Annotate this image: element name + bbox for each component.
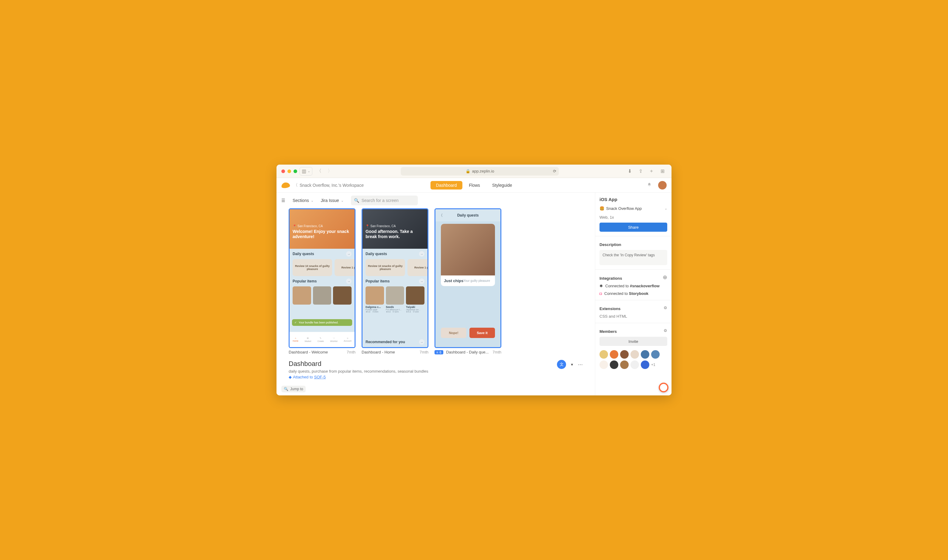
slack-icon: ✱ (600, 284, 603, 288)
member-avatar[interactable] (600, 350, 608, 358)
settings-icon[interactable]: ⚙ (664, 328, 667, 333)
share-button[interactable]: Share (600, 223, 667, 232)
reload-icon[interactable]: ⟳ (553, 169, 556, 174)
toast-notification: ✓ Your bundle has been published. (292, 319, 352, 326)
save-button: Save it (469, 328, 495, 338)
arrow-right-icon: → (419, 339, 424, 345)
extension-item[interactable]: CSS and HTML (600, 314, 667, 318)
url-bar[interactable]: 🔒 app.zeplin.io ⟳ (401, 167, 559, 175)
check-icon: ✓ (294, 321, 297, 324)
tab-styleguide[interactable]: Styleguide (487, 181, 518, 189)
description-heading: Description (600, 242, 667, 247)
sidebar-toggle-button[interactable]: ▥ ⌄ (300, 167, 312, 175)
member-avatar[interactable] (630, 360, 639, 369)
close-window-button[interactable] (281, 169, 285, 173)
screen-age: 7mth (347, 350, 356, 354)
share-icon[interactable]: ⇪ (636, 167, 645, 175)
project-selector[interactable]: 🍔Snack Overflow App (600, 205, 642, 212)
description-text[interactable]: Check the 'In Copy Review' tags (600, 250, 667, 265)
arrow-right-icon: → (419, 278, 424, 284)
right-panel: iOS App 🍔Snack Overflow App ⌄ Web, 1x Sh… (595, 192, 672, 395)
integrations-heading: Integrations (600, 276, 622, 281)
screen-card[interactable]: 📍San Francisco, CA Good afternoon. Take … (362, 208, 429, 354)
arrow-right-icon: → (346, 251, 351, 257)
section-description: daily quests, purchase from popular item… (289, 369, 583, 374)
search-input[interactable]: 🔍 Search for a screen (351, 195, 418, 205)
translate-button[interactable]: 文 (557, 360, 566, 369)
sections-dropdown[interactable]: Sections⌄ (293, 198, 314, 203)
extensions-heading: Extensions (600, 306, 620, 311)
member-avatar[interactable] (610, 350, 618, 358)
jira-dropdown[interactable]: Jira Issue⌄ (321, 198, 344, 203)
pin-icon: 📍 (293, 225, 296, 228)
jira-attachment-link[interactable]: ◆ Attached to SOF-5 (289, 375, 583, 379)
slack-integration[interactable]: ✱ Connected to #snackoverflow (600, 284, 667, 288)
arrow-right-icon: → (346, 278, 351, 284)
member-avatar[interactable] (651, 350, 660, 358)
minimize-window-button[interactable] (287, 169, 291, 173)
screen-card[interactable]: 〈 Daily quests Just chips Your guilty pl… (435, 208, 501, 354)
main-nav: Dashboard Flows Styleguide (430, 181, 518, 189)
tabs-overview-icon[interactable]: ⊞ (658, 167, 667, 175)
window-titlebar: ▥ ⌄ 〈 〉 🔒 app.zeplin.io ⟳ ⬇ ⇪ ＋ ⊞ (276, 165, 672, 178)
layers-badge: ≡ 6 (435, 350, 443, 354)
traffic-lights (281, 169, 297, 173)
app-window: ▥ ⌄ 〈 〉 🔒 app.zeplin.io ⟳ ⬇ ⇪ ＋ ⊞ 〈 Snac… (276, 165, 672, 395)
member-avatar[interactable] (630, 350, 639, 358)
main-content: ☰ Sections⌄ Jira Issue⌄ 🔍 Search for a s… (276, 192, 595, 395)
invite-button[interactable]: Invite (600, 337, 667, 346)
member-avatar[interactable] (600, 360, 608, 369)
lock-icon: 🔒 (466, 169, 470, 174)
more-icon[interactable]: ⋯ (578, 362, 583, 368)
settings-icon[interactable]: ⚙ (664, 306, 667, 310)
member-avatar[interactable] (641, 360, 649, 369)
list-view-icon[interactable]: ☰ (281, 198, 285, 203)
back-icon: 〈 (439, 213, 443, 218)
member-avatar[interactable] (641, 350, 649, 358)
help-lifebuoy-icon[interactable] (659, 383, 669, 392)
tab-dashboard[interactable]: Dashboard (430, 181, 462, 189)
platform-label: Web, 1x (600, 215, 667, 220)
nav-forward-button[interactable]: 〉 (326, 167, 334, 175)
screen-age: 7mth (493, 350, 501, 354)
members-avatars: +1 (600, 350, 667, 369)
zeplin-logo[interactable] (281, 182, 290, 189)
app-header: 〈 Snack Overflow, Inc.'s Workspace Dashb… (276, 178, 672, 192)
user-avatar[interactable] (658, 181, 667, 189)
chevron-down-icon[interactable]: ▾ (571, 362, 573, 367)
section-title[interactable]: Dashboard (289, 360, 583, 368)
member-avatar[interactable] (620, 350, 629, 358)
url-text: app.zeplin.io (472, 169, 494, 174)
search-icon: 🔍 (284, 387, 288, 391)
chevron-down-icon[interactable]: ⌄ (664, 206, 667, 211)
storybook-integration[interactable]: ◘ Connected to Storybook (600, 291, 667, 296)
add-integration-icon[interactable]: ⊕ (663, 274, 667, 281)
screens-toolbar: ☰ Sections⌄ Jira Issue⌄ 🔍 Search for a s… (276, 192, 595, 208)
notifications-icon[interactable] (647, 183, 653, 188)
jump-to-button[interactable]: 🔍 Jump to (281, 386, 306, 392)
downloads-icon[interactable]: ⬇ (625, 167, 634, 175)
members-heading: Members (600, 329, 617, 334)
chevron-left-icon: 〈 (293, 183, 298, 188)
workspace-breadcrumb[interactable]: 〈 Snack Overflow, Inc.'s Workspace (293, 183, 364, 188)
screen-name: Dashboard - Home (362, 350, 395, 354)
screen-age: 7mth (419, 350, 429, 354)
more-members[interactable]: +1 (651, 363, 655, 367)
mobile-tabbar: ⌂Home ⊞Market ✎Create ♡Wishlist ☺Account (290, 332, 355, 347)
new-tab-icon[interactable]: ＋ (647, 167, 656, 175)
pin-icon: 📍 (365, 225, 369, 228)
search-icon: 🔍 (354, 198, 359, 203)
screen-card[interactable]: 📍San Francisco, CA Welcome! Enjoy your s… (289, 208, 356, 354)
member-avatar[interactable] (610, 360, 618, 369)
screen-name: Dashboard - Daily que... (446, 350, 489, 354)
nope-button: Nope! (441, 328, 466, 338)
maximize-window-button[interactable] (293, 169, 297, 173)
arrow-right-icon: → (419, 251, 424, 257)
storybook-icon: ◘ (600, 291, 602, 296)
screen-name: Dashboard - Welcome (289, 350, 328, 354)
member-avatar[interactable] (620, 360, 629, 369)
section-header: Dashboard daily quests, purchase from po… (276, 354, 595, 379)
nav-back-button[interactable]: 〈 (315, 167, 323, 175)
screens-grid: 📍San Francisco, CA Welcome! Enjoy your s… (276, 208, 595, 354)
tab-flows[interactable]: Flows (463, 181, 486, 189)
